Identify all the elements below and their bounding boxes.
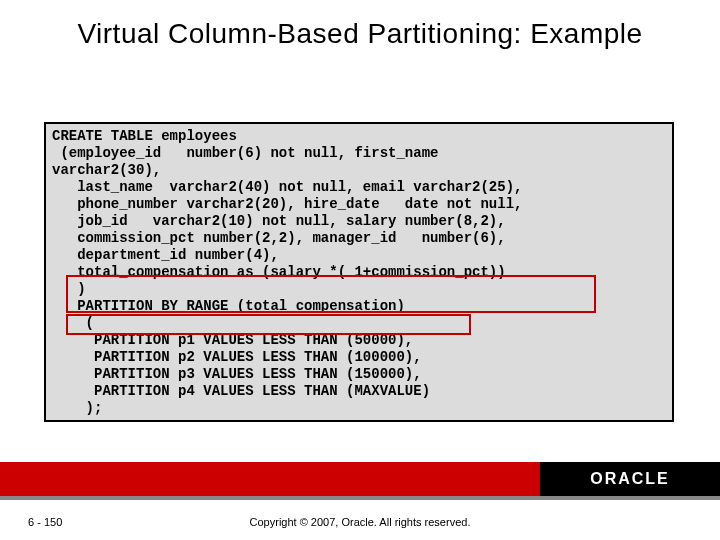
- footer-bar: ORACLE: [0, 462, 720, 500]
- copyright-text: Copyright © 2007, Oracle. All rights res…: [0, 516, 720, 528]
- code-line: department_id number(4),: [52, 247, 666, 264]
- code-line: varchar2(30),: [52, 162, 666, 179]
- code-line: );: [52, 400, 666, 417]
- code-line: PARTITION p4 VALUES LESS THAN (MAXVALUE): [52, 383, 666, 400]
- oracle-logo-text: ORACLE: [590, 470, 670, 488]
- slide: Virtual Column-Based Partitioning: Examp…: [0, 0, 720, 540]
- code-line: PARTITION BY RANGE (total_compensation): [52, 298, 666, 315]
- code-line: (: [52, 315, 666, 332]
- code-line: last_name varchar2(40) not null, email v…: [52, 179, 666, 196]
- code-line: total_compensation as (salary *( 1+commi…: [52, 264, 666, 281]
- slide-title: Virtual Column-Based Partitioning: Examp…: [0, 0, 720, 60]
- code-line: phone_number varchar2(20), hire_date dat…: [52, 196, 666, 213]
- code-box: CREATE TABLE employees (employee_id numb…: [44, 122, 674, 422]
- oracle-logo: ORACLE: [540, 462, 720, 500]
- code-line: PARTITION p2 VALUES LESS THAN (100000),: [52, 349, 666, 366]
- code-line: CREATE TABLE employees: [52, 128, 666, 145]
- code-line: job_id varchar2(10) not null, salary num…: [52, 213, 666, 230]
- code-line: PARTITION p3 VALUES LESS THAN (150000),: [52, 366, 666, 383]
- code-line: ): [52, 281, 666, 298]
- code-line: (employee_id number(6) not null, first_n…: [52, 145, 666, 162]
- code-line: commission_pct number(2,2), manager_id n…: [52, 230, 666, 247]
- code-line: PARTITION p1 VALUES LESS THAN (50000),: [52, 332, 666, 349]
- footer-text-row: 6 - 150 Copyright © 2007, Oracle. All ri…: [0, 508, 720, 528]
- footer-red-stripe: [0, 462, 540, 500]
